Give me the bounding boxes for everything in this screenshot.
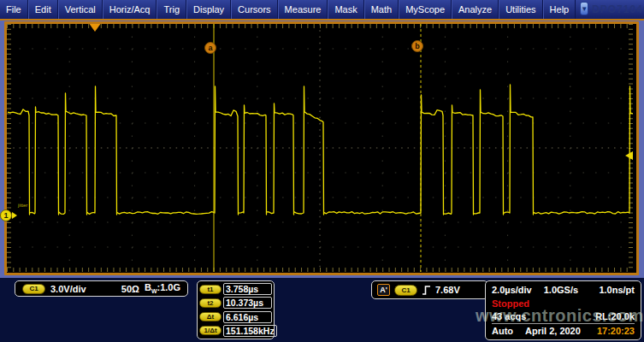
graticule-frame: abjitter	[4, 21, 639, 275]
channel1-badge: 1	[0, 209, 12, 221]
record-length: RL:20.0k	[595, 311, 635, 321]
model-label: DPO7104C	[592, 3, 644, 15]
menu-item-display[interactable]: Display	[186, 0, 231, 19]
vertical-scale: 3.0V/div	[50, 284, 86, 294]
menu-item-analyze[interactable]: Analyze	[452, 0, 499, 19]
cursor-badge: t2	[199, 298, 222, 308]
trigger-readout[interactable]: A' C1 7.68V	[371, 280, 488, 299]
menu-item-math[interactable]: Math	[364, 0, 399, 19]
date-label: April 2, 2020	[525, 326, 581, 336]
channel1-trace	[8, 85, 633, 215]
menu-item-measure[interactable]: Measure	[278, 0, 328, 19]
menu-item-mask[interactable]: Mask	[328, 0, 363, 19]
oscilloscope-window: FileEditVerticalHoriz/AcqTrigDisplayCurs…	[0, 0, 644, 342]
cursor-badge: Δt	[199, 312, 222, 321]
rising-edge-icon	[422, 285, 431, 296]
cursor-value: 6.616µs	[223, 311, 272, 323]
display-area: abjitter 1	[0, 19, 644, 278]
cursor-row: t210.373µs	[199, 296, 272, 310]
cursor-row: t13.758µs	[199, 282, 272, 296]
channel1-arrow-icon	[12, 212, 17, 219]
bandwidth-readout: BW:1.0G	[145, 282, 180, 294]
menu-item-file[interactable]: File	[0, 0, 28, 19]
cursor-value: 3.758µs	[223, 283, 272, 295]
time-label: 17:20:23	[597, 326, 635, 336]
channel1-readout[interactable]: C1 3.0V/div 50Ω BW:1.0G	[15, 280, 188, 297]
acquisition-status: Stopped	[492, 298, 529, 309]
cursor-b-label: b	[415, 42, 420, 50]
timebase-scale: 2.0µs/div	[492, 285, 532, 295]
waveform-canvas[interactable]: abjitter	[7, 24, 633, 272]
chevron-down-icon: ▼	[581, 5, 588, 13]
menu-overflow-button[interactable]: ▼	[580, 2, 588, 15]
trigger-channel-badge: C1	[394, 285, 417, 296]
trigger-level-value: 7.68V	[435, 285, 460, 295]
menu-item-horiz-acq[interactable]: Horiz/Acq	[103, 0, 157, 19]
menu-item-vertical[interactable]: Vertical	[58, 0, 103, 19]
readout-bar: C1 3.0V/div 50Ω BW:1.0G t13.758µst210.37…	[0, 278, 644, 342]
cursor-row: 1/Δt151.158kHz	[199, 324, 272, 338]
input-impedance: 50Ω	[121, 284, 139, 294]
menu-item-help[interactable]: Help	[543, 0, 576, 19]
cursor-readout[interactable]: t13.758µst210.373µsΔt6.616µs1/Δt151.158k…	[197, 280, 275, 339]
menu-item-cursors[interactable]: Cursors	[231, 0, 278, 19]
menu-bar: FileEditVerticalHoriz/AcqTrigDisplayCurs…	[0, 0, 644, 19]
trigger-mode: Auto	[492, 326, 513, 336]
menu-item-utilities[interactable]: Utilities	[499, 0, 542, 19]
channel1-ground-marker[interactable]: 1	[0, 209, 17, 221]
trigger-source-badge: A'	[377, 284, 390, 296]
sample-resolution: 1.0ns/pt	[599, 285, 635, 295]
cursor-value: 151.158kHz	[223, 325, 277, 337]
acquisition-count: 43 acqs	[492, 311, 526, 321]
trace-label: jitter	[17, 203, 27, 208]
channel1-badge: C1	[22, 284, 45, 294]
cursor-badge: 1/Δt	[199, 326, 222, 335]
trigger-level-marker[interactable]	[625, 151, 633, 160]
menu-item-myscope[interactable]: MyScope	[399, 0, 452, 19]
menu-item-trig[interactable]: Trig	[157, 0, 186, 19]
menu-item-edit[interactable]: Edit	[28, 0, 58, 19]
acquisition-readout[interactable]: 2.0µs/div 1.0GS/s 1.0ns/pt Stopped 43 ac…	[485, 280, 641, 340]
trigger-position-marker[interactable]	[90, 24, 101, 32]
cursor-row: Δt6.616µs	[199, 310, 272, 324]
cursor-badge: t1	[199, 285, 222, 294]
sample-rate: 1.0GS/s	[544, 285, 578, 295]
cursor-value: 10.373µs	[223, 297, 272, 309]
